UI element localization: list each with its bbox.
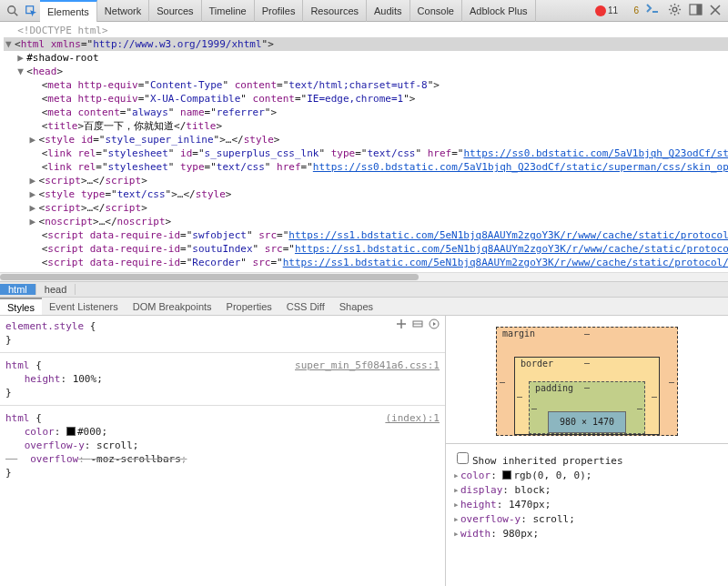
expander-icon[interactable]: ▼ (17, 65, 26, 78)
dom-node[interactable]: ▼<html xmlns="http://www.w3.org/1999/xht… (4, 37, 728, 51)
computed-property[interactable]: ▸height: 1470px; (453, 498, 721, 512)
styles-tab-event-listeners[interactable]: Event Listeners (42, 298, 126, 315)
dom-node[interactable]: ▼<head> (4, 65, 728, 78)
dom-node[interactable]: <script data-require-id="soutuIndex" src… (4, 242, 728, 256)
expander-icon[interactable]: ▶ (30, 201, 39, 215)
breadcrumb-item[interactable]: html (0, 284, 36, 295)
dom-node[interactable]: <meta http-equiv="X-UA-Compatible" conte… (4, 92, 728, 106)
tab-resources[interactable]: Resources (303, 0, 367, 22)
play-animation-icon[interactable] (429, 318, 440, 333)
chevron-right-icon[interactable]: ▸ (453, 483, 460, 498)
margin-right-val: – (669, 377, 674, 387)
css-rule[interactable]: super_min_5f0841a6.css:1html { height: 1… (5, 359, 440, 399)
dom-node[interactable]: ▶<noscript>…</noscript> (4, 215, 728, 228)
chevron-right-icon[interactable]: ▸ (453, 469, 460, 483)
tab-console[interactable]: Console (410, 0, 462, 22)
chevron-right-icon[interactable]: ▸ (453, 527, 460, 541)
tab-adblock-plus[interactable]: Adblock Plus (462, 0, 536, 22)
expander-icon[interactable]: ▶ (30, 133, 39, 146)
show-inherited-label: Show inherited properties (472, 455, 623, 467)
css-rule[interactable]: element.style {} (5, 319, 440, 347)
breadcrumb: htmlhead (0, 281, 728, 298)
error-count: 11 (608, 5, 618, 15)
inspect-element-icon[interactable] (22, 2, 40, 20)
box-model-content[interactable]: 980 × 1470 (548, 411, 626, 433)
svg-rect-14 (696, 5, 702, 15)
dom-node[interactable]: <title>百度一下，你就知道</title> (4, 119, 728, 133)
tab-sources[interactable]: Sources (149, 0, 201, 22)
toggle-state-icon[interactable] (412, 318, 423, 333)
border-right-val: – (652, 391, 657, 401)
dom-node[interactable]: ▶<style type="text/css">…</style> (4, 187, 728, 201)
error-count-badge[interactable]: 11 (595, 5, 624, 16)
expander-icon[interactable]: ▼ (5, 37, 15, 51)
search-icon[interactable] (4, 2, 22, 20)
styles-sidebar-tabs: StylesEvent ListenersDOM BreakpointsProp… (0, 298, 728, 316)
dom-node[interactable]: <script data-require-id="swfobject" src=… (4, 228, 728, 242)
expander-icon[interactable]: ▶ (30, 174, 39, 187)
tab-elements[interactable]: Elements (40, 0, 97, 22)
tab-network[interactable]: Network (97, 0, 149, 22)
styles-pane[interactable]: element.style {}super_min_5f0841a6.css:1… (0, 316, 446, 586)
margin-top-val: – (584, 328, 590, 338)
warning-count-badge[interactable]: 6 (632, 5, 639, 15)
computed-pane[interactable]: Show inherited properties ▸color: rgb(0,… (446, 443, 728, 547)
metrics-pane: margin – – – – border – – – – padding – (446, 316, 728, 586)
border-top-val: – (584, 358, 590, 368)
box-model-border[interactable]: border – – – – padding – – – – 980 × 147… (514, 357, 660, 435)
box-model-margin[interactable]: margin – – – – border – – – – padding – (496, 327, 678, 436)
toolbar-right: 11 6 (595, 3, 724, 18)
tab-timeline[interactable]: Timeline (202, 0, 255, 22)
computed-property[interactable]: ▸display: block; (453, 483, 721, 498)
rule-source-link[interactable]: super_min_5f0841a6.css:1 (295, 359, 440, 372)
styles-tab-styles[interactable]: Styles (0, 298, 42, 315)
expander-icon[interactable]: ▶ (30, 187, 39, 201)
toggle-console-icon[interactable] (646, 4, 661, 18)
svg-line-11 (671, 13, 672, 14)
border-left-val: – (517, 391, 522, 401)
gear-icon[interactable] (668, 3, 682, 18)
styles-tab-properties[interactable]: Properties (219, 298, 279, 315)
computed-property[interactable]: ▸color: rgb(0, 0, 0); (453, 469, 721, 483)
dom-node[interactable]: ▶<script>…</script> (4, 201, 728, 215)
padding-label: padding (535, 383, 573, 393)
dom-node[interactable]: <meta content="always" name="referrer"> (4, 106, 728, 119)
dom-node[interactable]: ▶#shadow-root (4, 51, 728, 65)
dom-node[interactable]: <link rel="stylesheet" type="text/css" h… (4, 160, 728, 174)
box-model-padding[interactable]: padding – – – – 980 × 1470 (529, 381, 645, 434)
styles-tab-dom-breakpoints[interactable]: DOM Breakpoints (126, 298, 219, 315)
dom-node[interactable]: ▶<style id="style_super_inline">…</style… (4, 133, 728, 146)
dom-node[interactable]: <!DOCTYPE html> (4, 24, 728, 37)
tab-profiles[interactable]: Profiles (255, 0, 304, 22)
elements-tree[interactable]: <!DOCTYPE html>▼<html xmlns="http://www.… (0, 22, 728, 272)
dom-node[interactable]: <link rel="stylesheet" id="s_superplus_c… (4, 146, 728, 160)
close-icon[interactable] (710, 5, 721, 17)
computed-property[interactable]: ▸overflow-y: scroll; (453, 512, 721, 527)
expander-icon[interactable]: ▶ (17, 51, 26, 65)
show-inherited-checkbox[interactable]: Show inherited properties (453, 455, 623, 467)
new-rule-icon[interactable] (396, 318, 407, 333)
box-model[interactable]: margin – – – – border – – – – padding – (446, 316, 728, 443)
show-inherited-input[interactable] (457, 452, 469, 464)
css-rule[interactable]: (index):1html { color: #000; overflow-y:… (5, 411, 440, 480)
chevron-right-icon[interactable]: ▸ (453, 512, 460, 527)
warning-count: 6 (633, 5, 639, 15)
expander-icon[interactable]: ▶ (30, 215, 39, 228)
rule-source-link[interactable]: (index):1 (385, 411, 440, 425)
styles-tab-css-diff[interactable]: CSS Diff (279, 298, 332, 315)
padding-left-val: – (531, 403, 537, 413)
tab-audits[interactable]: Audits (367, 0, 410, 22)
margin-label: margin (502, 328, 535, 338)
dock-side-icon[interactable] (689, 4, 703, 17)
chevron-right-icon[interactable]: ▸ (453, 498, 460, 512)
horizontal-scrollbar[interactable] (0, 272, 728, 281)
svg-point-4 (672, 7, 677, 12)
dom-node[interactable]: <script data-require-id="Recorder" src="… (4, 256, 728, 269)
computed-property[interactable]: ▸width: 980px; (453, 527, 721, 541)
styles-tab-shapes[interactable]: Shapes (332, 298, 380, 315)
margin-left-val: – (500, 377, 505, 387)
color-swatch-icon[interactable] (66, 427, 76, 436)
dom-node[interactable]: ▶<script>…</script> (4, 174, 728, 187)
breadcrumb-item[interactable]: head (36, 284, 76, 295)
dom-node[interactable]: <meta http-equiv="Content-Type" content=… (4, 78, 728, 92)
